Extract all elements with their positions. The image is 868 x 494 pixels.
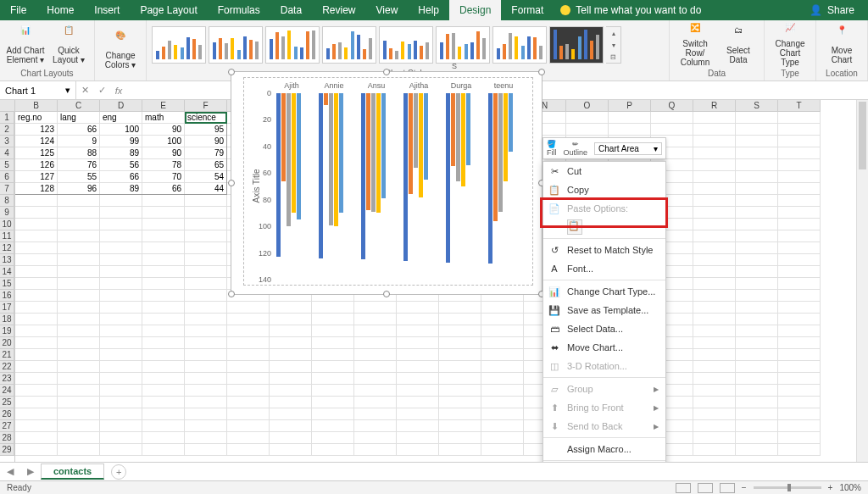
bar[interactable] [419, 93, 423, 197]
ctx-assign-macro-[interactable]: Assign Macro... [543, 440, 665, 458]
cell[interactable] [609, 124, 651, 136]
cell[interactable]: 99 [100, 136, 142, 147]
cell[interactable] [142, 290, 185, 302]
select-data-button[interactable]: 🗂Select Data [718, 23, 759, 67]
cell[interactable] [58, 361, 100, 373]
bar[interactable] [461, 93, 465, 186]
cell[interactable] [185, 242, 227, 254]
cell[interactable] [693, 349, 736, 361]
cell[interactable] [693, 290, 736, 302]
cell[interactable] [481, 385, 524, 397]
cell[interactable] [312, 349, 354, 361]
cell[interactable] [397, 302, 439, 314]
cell[interactable] [651, 124, 693, 136]
cell[interactable] [142, 373, 185, 385]
page-layout-view-button[interactable] [698, 483, 713, 493]
cell[interactable] [185, 278, 227, 290]
cell[interactable] [142, 302, 185, 314]
cell[interactable] [100, 397, 142, 408]
cell[interactable] [100, 385, 142, 397]
chart-style-thumb[interactable] [549, 26, 604, 64]
share-button[interactable]: 👤Share [810, 4, 854, 16]
cell[interactable] [778, 195, 821, 207]
row-header[interactable]: 16 [0, 290, 14, 302]
ctx-save-as-template-[interactable]: 💾Save as Template... [543, 301, 665, 319]
bar[interactable] [403, 93, 408, 261]
tab-formulas[interactable]: Formulas [208, 0, 270, 20]
cell[interactable] [142, 254, 185, 266]
bar-group[interactable] [361, 93, 395, 281]
cell[interactable] [778, 112, 821, 124]
cell[interactable] [15, 278, 58, 290]
cell[interactable] [397, 349, 439, 361]
cell[interactable] [693, 373, 736, 385]
cell[interactable] [354, 314, 397, 325]
cell[interactable] [185, 195, 227, 207]
cell[interactable] [778, 361, 821, 373]
cell[interactable] [142, 361, 185, 373]
cell[interactable] [58, 314, 100, 325]
cell[interactable] [58, 349, 100, 361]
scrollbar-thumb[interactable] [859, 102, 866, 169]
cell[interactable] [15, 397, 58, 408]
cell[interactable] [227, 444, 270, 456]
ctx-change-chart-type-[interactable]: 📊Change Chart Type... [543, 282, 665, 301]
cell[interactable] [736, 266, 778, 278]
row-header[interactable]: 23 [0, 373, 14, 385]
cell[interactable] [439, 302, 481, 314]
vertical-scrollbar[interactable] [856, 100, 868, 462]
cell[interactable] [100, 242, 142, 254]
bar[interactable] [381, 93, 386, 198]
cell[interactable] [100, 290, 142, 302]
cell[interactable] [693, 183, 736, 195]
cell[interactable] [693, 302, 736, 314]
cell[interactable] [100, 254, 142, 266]
cell[interactable] [693, 219, 736, 230]
cell[interactable] [185, 337, 227, 349]
cell[interactable] [58, 325, 100, 337]
cell[interactable] [15, 444, 58, 456]
row-header[interactable]: 19 [0, 325, 14, 337]
name-box[interactable]: Chart 1▾ [0, 81, 76, 99]
cell[interactable] [397, 337, 439, 349]
bar[interactable] [493, 93, 498, 221]
cell[interactable] [58, 290, 100, 302]
cell[interactable] [693, 136, 736, 147]
cell[interactable] [481, 397, 524, 408]
cell[interactable] [312, 337, 354, 349]
fill-button[interactable]: 🪣Fill [543, 140, 560, 157]
cell[interactable] [736, 432, 778, 444]
cell[interactable] [270, 420, 312, 432]
cell[interactable] [58, 373, 100, 385]
cell[interactable] [397, 361, 439, 373]
cell[interactable] [778, 302, 821, 314]
sheet-nav-prev[interactable]: ◀ [0, 466, 20, 477]
chart-style-thumb[interactable] [379, 26, 433, 64]
cell[interactable]: 96 [58, 183, 100, 195]
sheet-tab-contacts[interactable]: contacts [41, 463, 104, 480]
cell[interactable] [312, 432, 354, 444]
cell[interactable] [736, 349, 778, 361]
cell[interactable] [185, 385, 227, 397]
cell[interactable] [270, 397, 312, 408]
cell[interactable] [142, 207, 185, 219]
bar[interactable] [504, 93, 508, 181]
cell[interactable] [778, 325, 821, 337]
chart-style-thumb[interactable] [492, 26, 547, 64]
cell[interactable] [312, 420, 354, 432]
cell[interactable] [142, 278, 185, 290]
cell[interactable]: 126 [15, 159, 58, 171]
cell[interactable] [185, 314, 227, 325]
cell[interactable]: math [142, 112, 185, 124]
cell[interactable] [397, 325, 439, 337]
add-sheet-button[interactable]: + [111, 464, 126, 480]
col-header[interactable]: O [566, 100, 609, 112]
cell[interactable] [778, 219, 821, 230]
cell[interactable] [15, 408, 58, 420]
cell[interactable] [778, 385, 821, 397]
cell[interactable] [693, 361, 736, 373]
bar[interactable] [509, 93, 513, 152]
bar[interactable] [424, 93, 428, 180]
cell[interactable]: 89 [100, 147, 142, 159]
cell[interactable] [227, 432, 270, 444]
